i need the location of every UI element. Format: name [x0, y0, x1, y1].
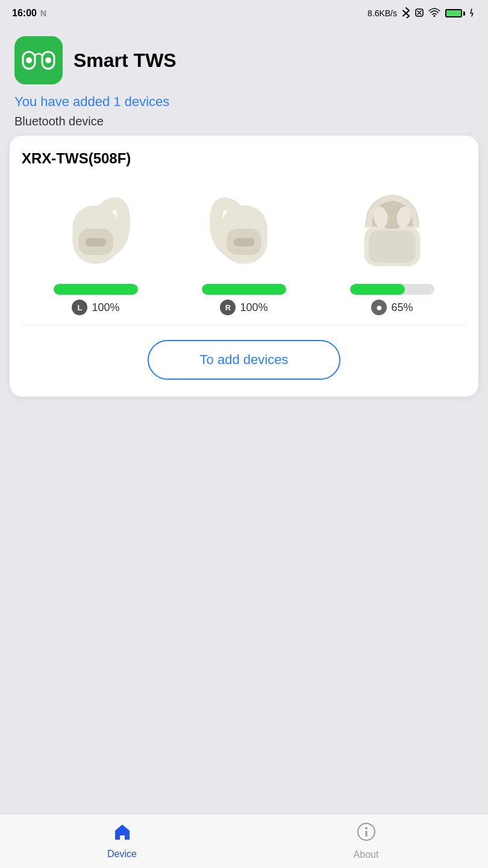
- right-earbud-visual: [196, 179, 292, 275]
- right-battery-label: R 100%: [220, 300, 267, 315]
- speed-display: 8.6KB/s: [368, 8, 397, 18]
- case-battery-percent: 65%: [391, 301, 413, 314]
- svg-rect-8: [86, 238, 107, 247]
- case-battery-bar-wrap: [350, 284, 434, 295]
- svg-rect-16: [385, 225, 399, 228]
- section-label: Bluetooth device: [0, 112, 488, 136]
- status-right: 8.6KB/s: [368, 7, 476, 20]
- status-bar: 16:00 N 8.6KB/s: [0, 0, 488, 27]
- svg-rect-18: [365, 831, 367, 837]
- svg-point-5: [45, 57, 51, 63]
- app-icon: [14, 36, 63, 84]
- card-divider: [22, 325, 466, 326]
- nav-about-label: About: [354, 849, 379, 860]
- right-battery-percent: 100%: [240, 301, 267, 314]
- bluetooth-icon: [402, 7, 410, 20]
- right-earbud-item: R 100%: [190, 179, 298, 315]
- status-time: 16:00 N: [12, 8, 46, 19]
- left-battery-bar-wrap: [54, 284, 138, 295]
- nav-item-about[interactable]: About: [306, 822, 427, 860]
- battery-icon: [445, 9, 465, 17]
- svg-point-1: [434, 15, 436, 17]
- home-icon: [113, 823, 132, 846]
- left-battery-fill: [54, 284, 138, 295]
- nav-device-label: Device: [107, 849, 137, 860]
- device-name: XRX-TWS(508F): [22, 150, 466, 167]
- device-card: XRX-TWS(508F) L 100: [10, 136, 478, 397]
- left-badge: L: [72, 300, 87, 315]
- case-visual: [344, 179, 440, 275]
- info-icon: [357, 822, 376, 846]
- right-badge: R: [220, 300, 236, 315]
- bottom-nav: Device About: [0, 814, 488, 868]
- case-item: ● 65%: [338, 179, 446, 315]
- app-header: Smart TWS: [0, 27, 488, 90]
- case-battery-label: ● 65%: [371, 300, 413, 315]
- app-title: Smart TWS: [74, 49, 177, 72]
- svg-rect-15: [369, 230, 416, 262]
- close-icon: [415, 8, 424, 19]
- devices-count-subtitle: You have added 1 devices: [0, 90, 488, 112]
- left-earbud-visual: [48, 179, 144, 275]
- empty-space: [0, 397, 488, 638]
- svg-point-4: [26, 57, 32, 63]
- network-icon: N: [40, 8, 46, 18]
- left-earbud-item: L 100%: [42, 179, 150, 315]
- left-battery-label: L 100%: [72, 300, 119, 315]
- svg-rect-11: [234, 238, 255, 247]
- nav-item-device[interactable]: Device: [62, 823, 183, 860]
- right-battery-bar-wrap: [202, 284, 286, 295]
- left-battery-percent: 100%: [92, 301, 119, 314]
- case-badge: ●: [371, 300, 387, 315]
- wifi-icon: [428, 8, 440, 19]
- time-display: 16:00: [12, 8, 37, 19]
- svg-point-19: [365, 827, 368, 829]
- case-battery-fill: [350, 284, 405, 295]
- right-battery-fill: [202, 284, 286, 295]
- add-devices-button[interactable]: To add devices: [148, 340, 340, 380]
- battery-percent: [470, 8, 476, 19]
- earbuds-row: L 100% R: [22, 179, 466, 315]
